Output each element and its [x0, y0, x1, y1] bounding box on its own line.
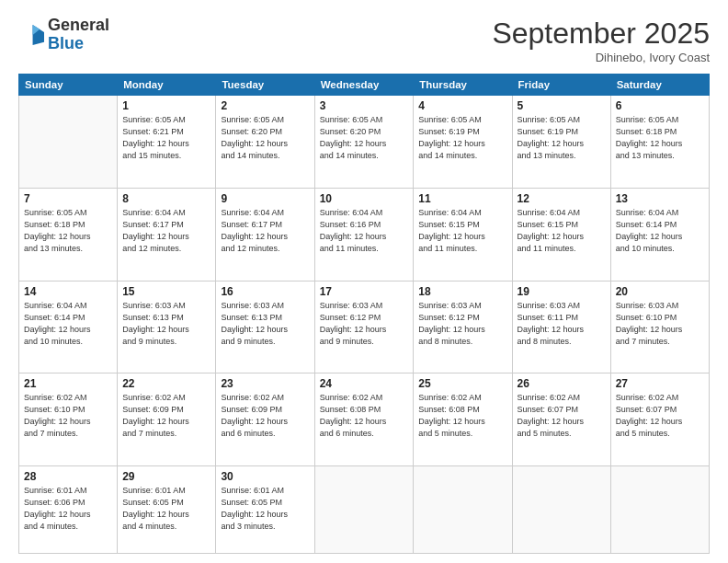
day-info: Sunrise: 6:03 AM Sunset: 6:10 PM Dayligh… — [616, 300, 704, 348]
column-header-thursday: Thursday — [414, 75, 512, 96]
column-header-saturday: Saturday — [610, 75, 709, 96]
day-number: 5 — [518, 99, 606, 112]
calendar-header-row: SundayMondayTuesdayWednesdayThursdayFrid… — [19, 75, 710, 96]
day-number: 11 — [418, 192, 506, 205]
day-info: Sunrise: 6:01 AM Sunset: 6:05 PM Dayligh… — [221, 485, 309, 533]
day-number: 9 — [221, 192, 309, 205]
day-info: Sunrise: 6:01 AM Sunset: 6:05 PM Dayligh… — [122, 485, 210, 533]
day-info: Sunrise: 6:03 AM Sunset: 6:13 PM Dayligh… — [122, 300, 210, 348]
day-info: Sunrise: 6:04 AM Sunset: 6:14 PM Dayligh… — [24, 300, 112, 348]
calendar-cell: 11Sunrise: 6:04 AM Sunset: 6:15 PM Dayli… — [414, 188, 512, 281]
calendar-cell — [19, 96, 118, 189]
day-number: 4 — [418, 99, 506, 112]
calendar-cell: 26Sunrise: 6:02 AM Sunset: 6:07 PM Dayli… — [512, 373, 610, 466]
day-info: Sunrise: 6:04 AM Sunset: 6:17 PM Dayligh… — [221, 207, 309, 255]
logo-general: General — [48, 16, 109, 34]
day-number: 21 — [24, 377, 112, 390]
day-number: 19 — [518, 285, 606, 298]
day-info: Sunrise: 6:05 AM Sunset: 6:18 PM Dayligh… — [24, 207, 112, 255]
day-info: Sunrise: 6:05 AM Sunset: 6:21 PM Dayligh… — [122, 114, 210, 162]
calendar-cell: 1Sunrise: 6:05 AM Sunset: 6:21 PM Daylig… — [118, 96, 216, 189]
calendar-cell: 29Sunrise: 6:01 AM Sunset: 6:05 PM Dayli… — [118, 466, 216, 554]
day-info: Sunrise: 6:02 AM Sunset: 6:07 PM Dayligh… — [518, 392, 606, 440]
header: General Blue September 2025 Dihinebo, Iv… — [18, 17, 710, 64]
day-info: Sunrise: 6:01 AM Sunset: 6:06 PM Dayligh… — [24, 485, 112, 533]
day-number: 20 — [616, 285, 704, 298]
day-number: 10 — [320, 192, 409, 205]
day-info: Sunrise: 6:03 AM Sunset: 6:12 PM Dayligh… — [320, 300, 409, 348]
day-number: 22 — [122, 377, 210, 390]
location-subtitle: Dihinebo, Ivory Coast — [492, 51, 710, 64]
column-header-sunday: Sunday — [19, 75, 118, 96]
calendar-cell: 20Sunrise: 6:03 AM Sunset: 6:10 PM Dayli… — [610, 281, 709, 373]
calendar-cell: 3Sunrise: 6:05 AM Sunset: 6:20 PM Daylig… — [314, 96, 414, 189]
day-info: Sunrise: 6:05 AM Sunset: 6:20 PM Dayligh… — [320, 114, 409, 162]
calendar-cell — [610, 466, 709, 554]
day-number: 23 — [221, 377, 309, 390]
day-number: 3 — [320, 99, 409, 112]
calendar-cell: 14Sunrise: 6:04 AM Sunset: 6:14 PM Dayli… — [19, 281, 118, 373]
calendar-cell: 10Sunrise: 6:04 AM Sunset: 6:16 PM Dayli… — [314, 188, 414, 281]
calendar-cell: 17Sunrise: 6:03 AM Sunset: 6:12 PM Dayli… — [314, 281, 414, 373]
calendar-cell: 8Sunrise: 6:04 AM Sunset: 6:17 PM Daylig… — [118, 188, 216, 281]
day-info: Sunrise: 6:03 AM Sunset: 6:13 PM Dayligh… — [221, 300, 309, 348]
day-number: 1 — [122, 99, 210, 112]
day-number: 8 — [122, 192, 210, 205]
day-info: Sunrise: 6:03 AM Sunset: 6:11 PM Dayligh… — [518, 300, 606, 348]
calendar-cell: 9Sunrise: 6:04 AM Sunset: 6:17 PM Daylig… — [216, 188, 314, 281]
calendar-cell: 15Sunrise: 6:03 AM Sunset: 6:13 PM Dayli… — [118, 281, 216, 373]
day-info: Sunrise: 6:03 AM Sunset: 6:12 PM Dayligh… — [418, 300, 506, 348]
day-info: Sunrise: 6:05 AM Sunset: 6:19 PM Dayligh… — [518, 114, 606, 162]
day-number: 7 — [24, 192, 112, 205]
month-title: September 2025 — [492, 17, 710, 51]
calendar-week-row: 7Sunrise: 6:05 AM Sunset: 6:18 PM Daylig… — [19, 188, 710, 281]
column-header-wednesday: Wednesday — [314, 75, 414, 96]
calendar-cell: 23Sunrise: 6:02 AM Sunset: 6:09 PM Dayli… — [216, 373, 314, 466]
calendar-cell: 16Sunrise: 6:03 AM Sunset: 6:13 PM Dayli… — [216, 281, 314, 373]
day-info: Sunrise: 6:04 AM Sunset: 6:15 PM Dayligh… — [518, 207, 606, 255]
calendar-cell: 22Sunrise: 6:02 AM Sunset: 6:09 PM Dayli… — [118, 373, 216, 466]
day-info: Sunrise: 6:04 AM Sunset: 6:15 PM Dayligh… — [418, 207, 506, 255]
logo-icon — [18, 22, 44, 48]
day-number: 6 — [616, 99, 704, 112]
day-number: 25 — [418, 377, 506, 390]
calendar-cell: 25Sunrise: 6:02 AM Sunset: 6:08 PM Dayli… — [414, 373, 512, 466]
day-number: 14 — [24, 285, 112, 298]
day-number: 28 — [24, 470, 112, 483]
calendar-cell: 5Sunrise: 6:05 AM Sunset: 6:19 PM Daylig… — [512, 96, 610, 189]
day-number: 18 — [418, 285, 506, 298]
day-number: 13 — [616, 192, 704, 205]
day-info: Sunrise: 6:02 AM Sunset: 6:09 PM Dayligh… — [221, 392, 309, 440]
day-number: 15 — [122, 285, 210, 298]
column-header-tuesday: Tuesday — [216, 75, 314, 96]
day-number: 2 — [221, 99, 309, 112]
day-info: Sunrise: 6:05 AM Sunset: 6:20 PM Dayligh… — [221, 114, 309, 162]
calendar-cell: 2Sunrise: 6:05 AM Sunset: 6:20 PM Daylig… — [216, 96, 314, 189]
day-number: 27 — [616, 377, 704, 390]
calendar-cell: 7Sunrise: 6:05 AM Sunset: 6:18 PM Daylig… — [19, 188, 118, 281]
day-info: Sunrise: 6:04 AM Sunset: 6:14 PM Dayligh… — [616, 207, 704, 255]
day-number: 17 — [320, 285, 409, 298]
calendar-cell: 27Sunrise: 6:02 AM Sunset: 6:07 PM Dayli… — [610, 373, 709, 466]
day-number: 26 — [518, 377, 606, 390]
day-number: 24 — [320, 377, 409, 390]
day-info: Sunrise: 6:02 AM Sunset: 6:07 PM Dayligh… — [616, 392, 704, 440]
calendar-cell: 30Sunrise: 6:01 AM Sunset: 6:05 PM Dayli… — [216, 466, 314, 554]
calendar-week-row: 14Sunrise: 6:04 AM Sunset: 6:14 PM Dayli… — [19, 281, 710, 373]
day-info: Sunrise: 6:02 AM Sunset: 6:08 PM Dayligh… — [418, 392, 506, 440]
calendar-cell: 28Sunrise: 6:01 AM Sunset: 6:06 PM Dayli… — [19, 466, 118, 554]
calendar-week-row: 1Sunrise: 6:05 AM Sunset: 6:21 PM Daylig… — [19, 96, 710, 189]
calendar-week-row: 28Sunrise: 6:01 AM Sunset: 6:06 PM Dayli… — [19, 466, 710, 554]
calendar-cell: 21Sunrise: 6:02 AM Sunset: 6:10 PM Dayli… — [19, 373, 118, 466]
calendar-cell — [512, 466, 610, 554]
day-number: 29 — [122, 470, 210, 483]
page: General Blue September 2025 Dihinebo, Iv… — [0, 0, 728, 563]
logo-text: General Blue — [48, 17, 109, 53]
calendar-cell — [414, 466, 512, 554]
title-block: September 2025 Dihinebo, Ivory Coast — [492, 17, 710, 64]
day-info: Sunrise: 6:05 AM Sunset: 6:18 PM Dayligh… — [616, 114, 704, 162]
calendar-body: 1Sunrise: 6:05 AM Sunset: 6:21 PM Daylig… — [19, 96, 710, 554]
calendar-cell: 4Sunrise: 6:05 AM Sunset: 6:19 PM Daylig… — [414, 96, 512, 189]
day-info: Sunrise: 6:02 AM Sunset: 6:08 PM Dayligh… — [320, 392, 409, 440]
day-number: 16 — [221, 285, 309, 298]
